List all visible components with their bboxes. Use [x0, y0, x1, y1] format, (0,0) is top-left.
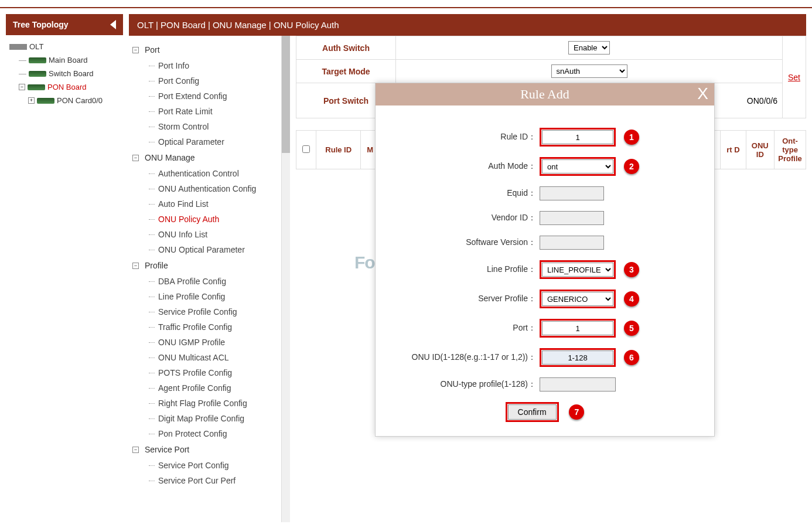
- nav-group-onu[interactable]: −ONU Manage: [131, 149, 279, 166]
- vendor-id-label: Vendor ID: [387, 213, 540, 223]
- nav-traffic-profile[interactable]: Traffic Profile Config: [131, 319, 279, 335]
- collapse-box-icon[interactable]: −: [19, 84, 25, 90]
- software-version-label: Software Version: [387, 237, 540, 248]
- nav-group-profile[interactable]: −Profile: [131, 257, 279, 274]
- nav-digit-map[interactable]: Digit Map Profile Config: [131, 411, 279, 426]
- line-profile-label: Line Profile: [387, 264, 540, 275]
- board-icon: [29, 71, 46, 77]
- breadcrumb: OLT | PON Board | ONU Manage | ONU Polic…: [129, 14, 806, 36]
- marker-5: 5: [624, 321, 639, 336]
- nav-storm[interactable]: Storm Control: [131, 119, 279, 134]
- th-rule-id: Rule ID: [316, 131, 360, 169]
- nav-port-info[interactable]: Port Info: [131, 58, 279, 73]
- olt-icon: [9, 44, 27, 50]
- nav-group-service[interactable]: −Service Port: [131, 441, 279, 458]
- scrollbar[interactable]: [281, 36, 290, 522]
- nav-service-port-config[interactable]: Service Port Config: [131, 458, 279, 473]
- marker-2: 2: [624, 159, 639, 174]
- equid-label: Equid: [387, 188, 540, 199]
- sidebar-title: Tree Topology: [13, 20, 69, 29]
- rule-add-modal: Rule Add X Rule ID 1 Auth Mode ont 2: [375, 83, 715, 437]
- marker-6: 6: [624, 350, 639, 365]
- software-version-input[interactable]: [540, 236, 604, 250]
- tree-switch-board[interactable]: — Switch Board: [8, 67, 121, 80]
- onu-type-input[interactable]: [540, 377, 616, 392]
- auth-switch-select[interactable]: Enable: [568, 41, 610, 55]
- rule-id-label: Rule ID: [387, 132, 540, 142]
- board-icon: [37, 98, 54, 104]
- nav-service-port-perf[interactable]: Service Port Cur Perf: [131, 473, 279, 488]
- onu-type-label: ONU-type profile(1-128): [387, 379, 540, 390]
- modal-title: Rule Add: [520, 87, 569, 101]
- confirm-button[interactable]: Confirm: [508, 404, 557, 420]
- th-rt-d: rt D: [721, 131, 746, 169]
- nav-auto-find[interactable]: Auto Find List: [131, 196, 279, 212]
- nav-igmp-profile[interactable]: ONU IGMP Profile: [131, 335, 279, 350]
- modal-header: Rule Add X: [376, 83, 714, 105]
- nav-service-profile[interactable]: Service Profile Config: [131, 304, 279, 319]
- th-ont-type: Ont-type Profile: [775, 131, 806, 169]
- th-onu-id: ONU ID: [746, 131, 775, 169]
- nav-right-flag[interactable]: Right Flag Profile Config: [131, 396, 279, 411]
- board-icon: [28, 84, 45, 90]
- select-all-checkbox[interactable]: [302, 145, 310, 153]
- auth-mode-label: Auth Mode: [387, 161, 540, 172]
- onu-id-label: ONU ID(1-128(e.g.:1-17 or 1,2)): [387, 352, 540, 363]
- marker-7: 7: [569, 404, 584, 420]
- tree-root[interactable]: OLT: [8, 40, 121, 53]
- server-profile-label: Server Profile: [387, 294, 540, 304]
- board-icon: [29, 57, 46, 63]
- tree-pon-card[interactable]: + PON Card0/0: [8, 94, 121, 107]
- expand-box-icon[interactable]: +: [28, 97, 35, 104]
- target-mode-label: Target Mode: [296, 60, 396, 83]
- close-icon[interactable]: X: [697, 84, 708, 103]
- nav-port-config[interactable]: Port Config: [131, 73, 279, 88]
- nav-onu-info[interactable]: ONU Info List: [131, 227, 279, 242]
- nav-group-port[interactable]: −Port: [131, 42, 279, 58]
- nav-port-extend[interactable]: Port Extend Config: [131, 88, 279, 104]
- nav-multicast-acl[interactable]: ONU Multicast ACL: [131, 350, 279, 365]
- port-input[interactable]: [542, 321, 613, 335]
- vendor-id-input[interactable]: [540, 211, 604, 225]
- marker-3: 3: [624, 262, 639, 277]
- nav-agent-profile[interactable]: Agent Profile Config: [131, 380, 279, 396]
- sidebar: Tree Topology OLT — Main Board — Switch …: [6, 14, 123, 522]
- tree: OLT — Main Board — Switch Board − PON Bo…: [6, 35, 123, 112]
- marker-1: 1: [624, 130, 639, 145]
- sidebar-header: Tree Topology: [6, 14, 123, 35]
- line-profile-select[interactable]: LINE_PROFILE: [542, 263, 613, 277]
- nav-auth-control[interactable]: Authentication Control: [131, 166, 279, 181]
- equid-input[interactable]: [540, 186, 604, 200]
- marker-4: 4: [624, 291, 639, 307]
- nav-onu-auth-config[interactable]: ONU Authentication Config: [131, 181, 279, 196]
- auth-mode-select[interactable]: ont: [542, 159, 613, 173]
- nav-onu-policy-auth[interactable]: ONU Policy Auth: [131, 212, 279, 227]
- nav-pots-profile[interactable]: POTS Profile Config: [131, 365, 279, 380]
- onu-id-input[interactable]: [542, 350, 613, 365]
- nav-onu-optical[interactable]: ONU Optical Parameter: [131, 242, 279, 257]
- nav-optical[interactable]: Optical Parameter: [131, 134, 279, 149]
- port-switch-text: ON0/0/6: [747, 96, 777, 105]
- collapse-icon[interactable]: [110, 20, 116, 29]
- rule-id-input[interactable]: [542, 130, 613, 144]
- content: Auth Switch Enable Set Target Mode snAut…: [296, 36, 806, 522]
- target-mode-select[interactable]: snAuth: [551, 64, 627, 78]
- scroll-thumb[interactable]: [282, 36, 290, 153]
- auth-switch-label: Auth Switch: [296, 36, 396, 60]
- tree-main-board[interactable]: — Main Board: [8, 53, 121, 67]
- server-profile-select[interactable]: GENERICO: [542, 292, 613, 306]
- nav-list: −Port Port Info Port Config Port Extend …: [129, 36, 281, 522]
- nav-port-rate[interactable]: Port Rate Limit: [131, 104, 279, 119]
- tree-pon-board[interactable]: − PON Board: [8, 80, 121, 94]
- port-label: Port: [387, 323, 540, 333]
- set-link[interactable]: Set: [788, 73, 800, 82]
- nav-line-profile[interactable]: Line Profile Config: [131, 289, 279, 304]
- nav-pon-protect[interactable]: Pon Protect Config: [131, 426, 279, 441]
- nav-dba[interactable]: DBA Profile Config: [131, 274, 279, 289]
